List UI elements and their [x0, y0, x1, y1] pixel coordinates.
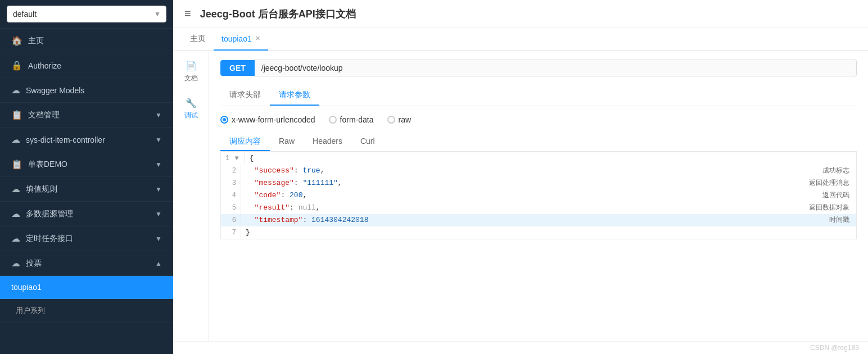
code-line-7: 7 }	[221, 226, 856, 239]
cloud-icon-vote: ☁	[11, 258, 20, 269]
content-sidebar-debug[interactable]: 🔧 调试	[182, 93, 200, 125]
get-bar: GET /jeecg-boot/vote/lookup	[220, 60, 857, 76]
chevron-down-icon-single: ▼	[155, 161, 162, 169]
line-num-2: 2	[221, 165, 241, 177]
sidebar-item-doc-mgmt[interactable]: 📋 文档管理 ▼	[0, 103, 173, 128]
radio-urlencoded[interactable]: x-www-form-urlencoded	[220, 115, 315, 124]
footer: CSDN @reg183	[173, 341, 868, 354]
sidebar-item-multi-ds[interactable]: ☁ 多数据源管理 ▼	[0, 202, 173, 226]
radio-urlencoded-circle	[220, 116, 228, 124]
sidebar-item-single-demo[interactable]: 📋 单表DEMO ▼	[0, 152, 173, 177]
main-content: ≡ Jeecg-Boot 后台服务API接口文档 主页 toupiao1 ✕ 📄…	[173, 0, 868, 354]
response-tab-raw[interactable]: Raw	[270, 133, 304, 151]
sidebar-item-scheduled[interactable]: ☁ 定时任务接口 ▼	[0, 226, 173, 251]
line-num-6: 6	[221, 214, 241, 226]
sidebar-select-wrap: default ▼	[0, 0, 173, 29]
tab-toupiao1[interactable]: toupiao1 ✕	[214, 28, 268, 51]
home-icon: 🏠	[11, 35, 22, 46]
line-num-5: 5	[221, 202, 241, 214]
code-line-6: 6 "timestamp": 1614304242018 时间戳	[221, 214, 856, 226]
radio-raw-label: raw	[399, 115, 412, 124]
tabs-bar: 主页 toupiao1 ✕	[173, 28, 868, 51]
sidebar-item-doc-label: 文档管理	[28, 110, 60, 120]
hamburger-icon[interactable]: ≡	[184, 7, 191, 20]
line-num-1: 1 ▼	[221, 152, 245, 165]
sidebar-item-toupiao1-label: toupiao1	[11, 283, 42, 292]
sidebar-item-fill-rule[interactable]: ☁ 填值规则 ▼	[0, 177, 173, 202]
radio-group: x-www-form-urlencoded form-data raw	[220, 115, 857, 124]
line-num-4: 4	[221, 189, 241, 202]
code-line-2: 2 "success": true, 成功标志	[221, 165, 856, 177]
chevron-up-icon-vote: ▲	[155, 260, 162, 267]
radio-formdata[interactable]: form-data	[329, 115, 374, 124]
line-content-3: "message": "111111",	[241, 177, 802, 189]
sidebar-item-dict-label: sys-dict-item-controller	[26, 135, 105, 144]
sidebar-item-fill-label: 填值规则	[26, 184, 57, 194]
line-comment-4: 返回代码	[816, 189, 856, 202]
debug-sidebar-icon: 🔧	[186, 98, 197, 108]
response-tabs: 调应内容 Raw Headers Curl	[220, 133, 857, 152]
sidebar-item-toupiao2-label: 用户系列	[16, 306, 45, 316]
chevron-down-icon-ds: ▼	[155, 210, 162, 218]
page-title: Jeecg-Boot 后台服务API接口文档	[200, 7, 356, 21]
top-header: ≡ Jeecg-Boot 后台服务API接口文档	[173, 0, 868, 28]
code-line-5: 5 "result": null, 返回数据对象	[221, 202, 856, 214]
code-line-3: 3 "message": "111111", 返回处理消息	[221, 177, 856, 189]
doc-icon: 📋	[11, 110, 22, 120]
tab-close-icon[interactable]: ✕	[255, 35, 260, 42]
sidebar-item-scheduled-label: 定时任务接口	[26, 234, 73, 244]
api-url: /jeecg-boot/vote/lookup	[255, 60, 857, 76]
sidebar-item-authorize-label: Authorize	[28, 61, 61, 70]
sub-tab-headers[interactable]: 请求头部	[220, 85, 270, 106]
chevron-down-icon-scheduled: ▼	[155, 235, 162, 243]
line-num-7: 7	[221, 226, 241, 239]
cloud-icon-scheduled: ☁	[11, 233, 20, 244]
sidebar-item-vote[interactable]: ☁ 投票 ▲	[0, 251, 173, 276]
content-sidebar-docs-label: 文档	[184, 74, 198, 83]
sidebar-item-home[interactable]: 🏠 主页	[0, 29, 173, 53]
content-sidebar: 📄 文档 🔧 调试	[173, 51, 209, 341]
content-sidebar-docs[interactable]: 📄 文档	[182, 56, 200, 88]
tab-home[interactable]: 主页	[182, 28, 214, 51]
radio-formdata-circle	[329, 116, 337, 124]
cloud-icon-swagger: ☁	[11, 85, 20, 96]
sidebar-item-toupiao2[interactable]: 用户系列	[0, 299, 173, 323]
response-tab-headers[interactable]: Headers	[304, 133, 351, 151]
line-comment-3: 返回处理消息	[802, 177, 856, 189]
line-content-7: }	[241, 226, 856, 239]
line-content-2: "success": true,	[241, 165, 816, 177]
sidebar-item-authorize[interactable]: 🔒 Authorize	[0, 53, 173, 78]
response-tab-content[interactable]: 调应内容	[220, 133, 270, 151]
radio-raw[interactable]: raw	[387, 115, 412, 124]
line-comment-2: 成功标志	[816, 165, 856, 177]
footer-text: CSDN @reg183	[810, 344, 859, 352]
radio-urlencoded-label: x-www-form-urlencoded	[232, 115, 315, 124]
line-content-6: "timestamp": 1614304242018	[241, 214, 822, 226]
sidebar-item-swagger-label: Swagger Models	[26, 86, 84, 95]
cloud-icon-ds: ☁	[11, 208, 20, 219]
request-sub-tabs: 请求头部 请求参数	[220, 85, 857, 106]
sidebar-item-single-label: 单表DEMO	[28, 160, 67, 170]
sidebar-item-ds-label: 多数据源管理	[26, 209, 73, 219]
line-content-1: {	[245, 152, 856, 165]
line-content-5: "result": null,	[241, 202, 802, 214]
fold-btn-1[interactable]: ▼	[233, 155, 239, 162]
sidebar-item-swagger-models[interactable]: ☁ Swagger Models	[0, 78, 173, 103]
sidebar-item-toupiao1[interactable]: toupiao1	[0, 276, 173, 299]
line-num-3: 3	[221, 177, 241, 189]
content-sidebar-debug-label: 调试	[184, 111, 198, 120]
cloud-icon-fill: ☁	[11, 184, 20, 194]
content-area: 📄 文档 🔧 调试 GET /jeecg-boot/vote/lookup 请求…	[173, 51, 868, 341]
sidebar-item-home-label: 主页	[28, 36, 44, 46]
line-comment-5: 返回数据对象	[802, 202, 856, 214]
doc-sidebar-icon: 📄	[186, 61, 197, 71]
sidebar-item-sys-dict[interactable]: ☁ sys-dict-item-controller ▼	[0, 128, 173, 152]
sub-tab-params[interactable]: 请求参数	[270, 85, 319, 106]
code-line-4: 4 "code": 200, 返回代码	[221, 189, 856, 202]
response-tab-curl[interactable]: Curl	[351, 133, 384, 151]
sidebar: default ▼ 🏠 主页 🔒 Authorize ☁ Swagger Mod…	[0, 0, 173, 354]
sidebar-item-vote-label: 投票	[26, 258, 42, 269]
api-panel: GET /jeecg-boot/vote/lookup 请求头部 请求参数 x-…	[209, 51, 868, 341]
response-code-block: 1 ▼ { 2 "success": true, 成功标志 3 "message…	[220, 152, 857, 239]
api-group-select[interactable]: default	[7, 6, 166, 22]
